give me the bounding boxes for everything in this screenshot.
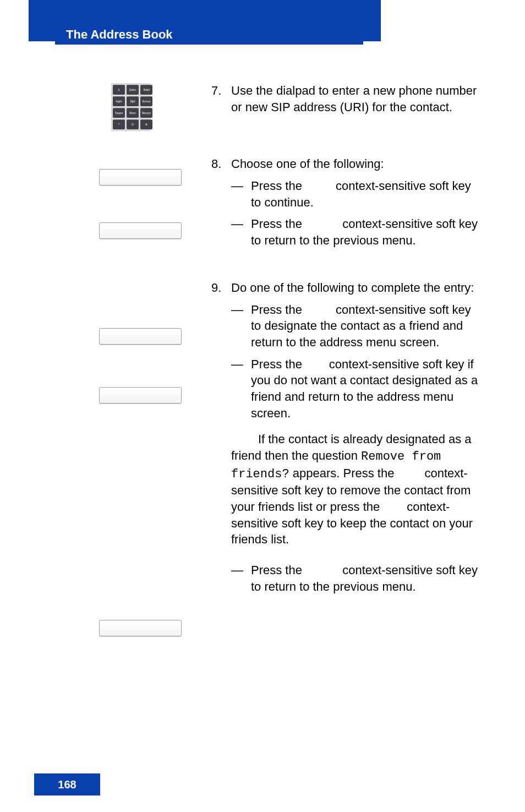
- dialpad-key: 8tuv: [127, 108, 139, 118]
- softkey-button[interactable]: [99, 387, 182, 404]
- page-number: 168: [34, 773, 100, 795]
- softkey-button[interactable]: [99, 169, 182, 186]
- step-text: Do one of the following to complete the …: [231, 280, 481, 296]
- dialpad-icon: 1 2abc 3def 4ghi 5jkl 6mno 7pqrs 8tuv 9w…: [111, 83, 151, 131]
- dialpad-key: 5jkl: [127, 96, 139, 106]
- sub-text: Press the context-sensitive soft key to …: [251, 562, 481, 595]
- bullet-dash: —: [231, 356, 251, 422]
- dialpad-key: 3def: [140, 85, 152, 95]
- header: The Address Book: [55, 25, 363, 45]
- dialpad-key: 9wxyz: [140, 108, 152, 118]
- body-text: 7. Use the dialpad to enter a new phone …: [211, 83, 481, 595]
- softkey-button[interactable]: [99, 328, 182, 345]
- step-number: 7.: [211, 83, 231, 115]
- step-text: Use the dialpad to enter a new phone num…: [231, 83, 481, 115]
- step-number: 8.: [211, 156, 231, 248]
- dialpad-key: 1: [113, 85, 125, 95]
- dialpad-key: 7pqrs: [113, 108, 125, 118]
- bullet-dash: —: [231, 302, 251, 351]
- sub-text: Press the context-sensitive soft key to …: [251, 302, 481, 351]
- bullet-dash: —: [231, 216, 251, 248]
- softkey-button[interactable]: [99, 620, 182, 636]
- sub-text: Press the context-sensitive soft key to …: [251, 178, 481, 210]
- note-text: If the contact is already designated as …: [231, 431, 481, 548]
- step-number: 9.: [211, 280, 231, 595]
- dialpad-key: *: [113, 119, 125, 129]
- step-text: Choose one of the following:: [231, 156, 481, 172]
- bullet-dash: —: [231, 562, 251, 595]
- dialpad-key: 4ghi: [113, 96, 125, 106]
- dialpad-key: #: [140, 119, 152, 129]
- dialpad-key: 2abc: [127, 85, 139, 95]
- sub-text: Press the context-sensitive soft key if …: [251, 356, 481, 422]
- bullet-dash: —: [231, 178, 251, 210]
- dialpad-key: 0: [127, 119, 139, 129]
- softkey-button[interactable]: [99, 222, 182, 239]
- sub-text: Press the context-sensitive soft key to …: [251, 216, 481, 248]
- dialpad-key: 6mno: [140, 96, 152, 106]
- page-title: The Address Book: [66, 28, 173, 42]
